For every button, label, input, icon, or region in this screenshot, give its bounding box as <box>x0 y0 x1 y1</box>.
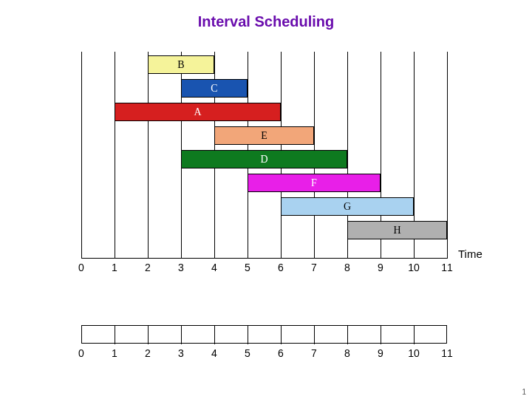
result-cell-divider <box>181 326 182 344</box>
result-tick-label: 0 <box>74 347 89 359</box>
result-tick-label: 9 <box>373 347 388 359</box>
tick-label: 3 <box>174 262 188 273</box>
tick-label: 11 <box>440 262 454 273</box>
tick-label: 9 <box>373 262 388 273</box>
result-tick-label: 10 <box>406 347 421 359</box>
result-cell-divider <box>414 326 415 344</box>
result-cell-divider <box>148 326 149 344</box>
interval-D: D <box>181 150 347 168</box>
result-tick-label: 7 <box>307 347 321 359</box>
gridline <box>447 52 448 259</box>
interval-H: H <box>347 221 447 239</box>
result-tick-label: 11 <box>440 347 454 359</box>
result-tick-label: 2 <box>140 347 155 359</box>
tick-label: 2 <box>140 262 155 273</box>
interval-E: E <box>214 126 314 145</box>
result-tick-label: 5 <box>240 347 255 359</box>
tick-label: 6 <box>273 262 288 273</box>
tick-label: 5 <box>240 262 255 273</box>
gridline <box>81 52 82 259</box>
interval-G: G <box>281 197 414 216</box>
result-strip: 01234567891011 <box>81 325 447 369</box>
result-strip-box <box>81 325 447 344</box>
result-tick-label: 8 <box>340 347 355 359</box>
result-cell-divider <box>314 326 315 344</box>
result-tick-label: 6 <box>273 347 288 359</box>
interval-A: A <box>115 103 281 121</box>
interval-chart: 01234567891011 BCAEDFGH <box>81 52 447 266</box>
tick-label: 0 <box>74 262 89 273</box>
result-cell-divider <box>214 326 215 344</box>
baseline <box>81 258 447 259</box>
result-cell-divider <box>281 326 282 344</box>
result-tick-label: 4 <box>207 347 222 359</box>
tick-label: 1 <box>107 262 122 273</box>
result-tick-label: 1 <box>107 347 122 359</box>
page-title: Interval Scheduling <box>0 0 532 30</box>
tick-label: 8 <box>340 262 355 273</box>
interval-B: B <box>148 55 214 74</box>
result-cell-divider <box>347 326 348 344</box>
tick-label: 4 <box>207 262 222 273</box>
interval-C: C <box>181 79 248 98</box>
result-cell-divider <box>115 326 115 344</box>
gridline <box>148 52 149 259</box>
result-cell-divider <box>381 326 381 344</box>
interval-F: F <box>248 174 381 192</box>
gridline <box>115 52 115 259</box>
result-tick-label: 3 <box>174 347 188 359</box>
tick-label: 10 <box>406 262 421 273</box>
result-cell-divider <box>248 326 248 344</box>
tick-label: 7 <box>307 262 321 273</box>
axis-label-time: Time <box>458 248 482 260</box>
slide-number: 1 <box>522 388 526 396</box>
